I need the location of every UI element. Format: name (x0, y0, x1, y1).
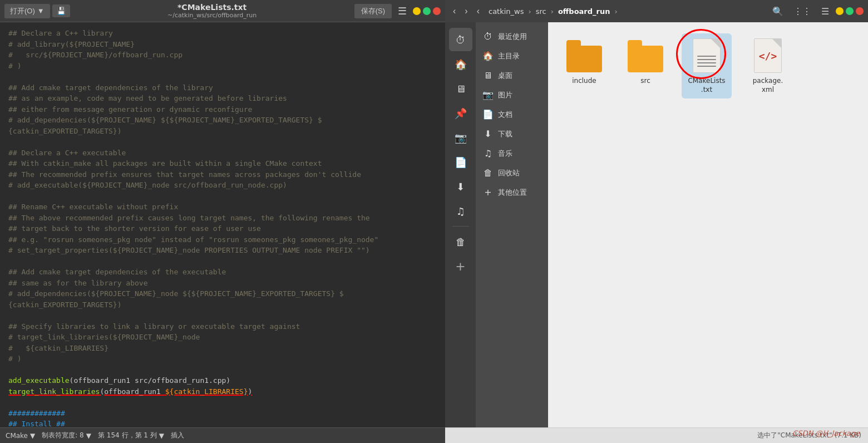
nav-home[interactable]: 🏠 主目录 (476, 46, 548, 66)
code-block: ## Declare a C++ library # add_library($… (8, 28, 437, 427)
file-src-folder[interactable]: src (620, 33, 670, 99)
fm-nav-buttons: ‹ › ‹ (450, 5, 483, 17)
src-label: src (640, 77, 650, 86)
close-button[interactable] (433, 7, 441, 15)
desktop-nav-label: 桌面 (498, 71, 512, 81)
cmake-file-icon (689, 38, 724, 73)
nav-docs[interactable]: 📄 文档 (476, 105, 548, 124)
fm-main-area: ⏱ 🏠 🖥 📌 📷 📄 ⬇ ♫ 🗑 + ⏱ 最近使用 🏠 主目录 🖥 (445, 22, 868, 427)
fm-window-controls (836, 7, 864, 15)
fm-forward-button[interactable]: › (461, 5, 471, 17)
trash-nav-icon: 🗑 (482, 168, 494, 178)
save-icon-button[interactable]: 💾 (52, 4, 70, 17)
open-dropdown-icon: ▼ (37, 7, 45, 15)
xml-label: package.xml (753, 77, 783, 94)
nav-other[interactable]: + 其他位置 (476, 183, 548, 202)
sidebar-trash-icon[interactable]: 🗑 (449, 230, 472, 253)
nav-recent[interactable]: ⏱ 最近使用 (476, 27, 548, 46)
nav-photos[interactable]: 📷 图片 (476, 85, 548, 105)
language-status[interactable]: CMake ▼ (6, 432, 35, 440)
photos-nav-icon: 📷 (482, 90, 494, 100)
xml-file-icon: </> (750, 38, 786, 73)
sidebar-pin-icon[interactable]: 📌 (449, 101, 472, 125)
cmake-file-wrapper: CMakeLists.txt (682, 33, 732, 99)
file-package-xml[interactable]: </> package.xml (743, 33, 793, 99)
maximize-button[interactable] (423, 7, 431, 15)
breadcrumb-src[interactable]: src (534, 6, 549, 17)
fm-files-grid: include src (559, 33, 857, 99)
include-label: include (572, 77, 596, 86)
docs-nav-icon: 📄 (482, 109, 494, 120)
sidebar-doc-icon[interactable]: 📄 (449, 150, 472, 174)
other-nav-label: 其他位置 (498, 188, 527, 198)
nav-desktop[interactable]: 🖥 桌面 (476, 66, 548, 85)
home-nav-icon: 🏠 (482, 51, 494, 61)
file-cmakelists[interactable]: CMakeLists.txt (682, 33, 732, 99)
trash-nav-label: 回收站 (498, 168, 520, 178)
photos-nav-label: 图片 (498, 90, 512, 100)
editor-filename: *CMakeLists.txt (177, 3, 246, 12)
fm-breadcrumb: catkin_ws › src › offboard_run › (486, 6, 766, 17)
editor-content[interactable]: ## Declare a C++ library # add_library($… (0, 22, 445, 427)
language-dropdown-icon: ▼ (30, 432, 35, 440)
sidebar-photo-icon[interactable]: 📷 (449, 126, 472, 149)
sidebar-music-icon[interactable]: ♫ (449, 199, 472, 223)
fm-sidebar-icons: ⏱ 🏠 🖥 📌 📷 📄 ⬇ ♫ 🗑 + (445, 22, 476, 427)
src-folder-icon (628, 38, 663, 73)
fm-search-button[interactable]: 🔍 (769, 5, 787, 18)
fm-back-button[interactable]: ‹ (450, 5, 459, 17)
fm-titlebar-right: 🔍 ⋮⋮ ☰ (769, 5, 864, 18)
fm-view-button[interactable]: ⋮⋮ (790, 5, 815, 18)
sidebar-download-icon[interactable]: ⬇ (449, 175, 472, 198)
menu-button[interactable]: ☰ (395, 4, 410, 18)
fm-file-area[interactable]: include src (548, 22, 868, 427)
insert-label: 插入 (171, 431, 184, 440)
fm-left-nav: ⏱ 最近使用 🏠 主目录 🖥 桌面 📷 图片 📄 文档 ⬇ 下载 (476, 22, 548, 427)
file-manager: ‹ › ‹ catkin_ws › src › offboard_run › 🔍… (445, 0, 868, 443)
sidebar-home-icon[interactable]: 🏠 (449, 52, 472, 76)
file-include-folder[interactable]: include (559, 33, 609, 99)
open-label: 打开(O) (10, 6, 35, 16)
downloads-nav-icon: ⬇ (482, 129, 494, 139)
tabwidth-dropdown-icon: ▼ (86, 432, 91, 440)
fm-titlebar: ‹ › ‹ catkin_ws › src › offboard_run › 🔍… (445, 0, 868, 22)
recent-nav-icon: ⏱ (482, 31, 494, 42)
text-editor: 打开(O) ▼ 💾 *CMakeLists.txt ~/catkin_ws/sr… (0, 0, 445, 443)
nav-downloads[interactable]: ⬇ 下载 (476, 124, 548, 144)
sidebar-divider (452, 226, 469, 227)
watermark: CSDN @H_Jackage (792, 429, 860, 437)
fm-up-button[interactable]: ‹ (474, 5, 483, 17)
save-button[interactable]: 保存(S) (354, 4, 392, 18)
sidebar-desktop-icon[interactable]: 🖥 (449, 77, 472, 100)
docs-nav-label: 文档 (498, 110, 512, 120)
nav-trash[interactable]: 🗑 回收站 (476, 163, 548, 183)
fm-menu-button[interactable]: ☰ (818, 5, 832, 18)
fm-maximize-button[interactable] (846, 7, 854, 15)
window-controls (413, 7, 441, 15)
minimize-button[interactable] (413, 7, 421, 15)
fm-close-button[interactable] (856, 7, 864, 15)
fm-minimize-button[interactable] (836, 7, 844, 15)
nav-music[interactable]: ♫ 音乐 (476, 144, 548, 163)
floppy-icon: 💾 (57, 7, 66, 15)
music-nav-label: 音乐 (498, 149, 512, 159)
sidebar-add-icon[interactable]: + (449, 254, 472, 278)
other-nav-icon: + (482, 187, 494, 198)
sidebar-recent-icon[interactable]: ⏱ (449, 28, 472, 51)
editor-titlebar-right: 保存(S) ☰ (354, 4, 441, 18)
breadcrumb-current[interactable]: offboard_run (556, 6, 613, 17)
tabwidth-status[interactable]: 制表符宽度: 8 ▼ (42, 431, 91, 440)
insert-status[interactable]: 插入 (171, 431, 184, 440)
editor-filepath: ~/catkin_ws/src/offboard_run (167, 12, 257, 19)
downloads-nav-label: 下载 (498, 129, 512, 139)
cmake-label: CMakeLists.txt (688, 77, 725, 94)
breadcrumb-catkin[interactable]: catkin_ws (486, 6, 526, 17)
open-button[interactable]: 打开(O) ▼ (4, 4, 50, 18)
editor-titlebar: 打开(O) ▼ 💾 *CMakeLists.txt ~/catkin_ws/sr… (0, 0, 445, 22)
editor-titlebar-left: 打开(O) ▼ 💾 (4, 4, 70, 18)
position-dropdown-icon: ▼ (159, 432, 164, 440)
include-folder-icon (566, 38, 602, 73)
position-status[interactable]: 第 154 行，第 1 列 ▼ (98, 431, 164, 440)
language-label: CMake (6, 432, 28, 440)
music-nav-icon: ♫ (482, 148, 494, 159)
